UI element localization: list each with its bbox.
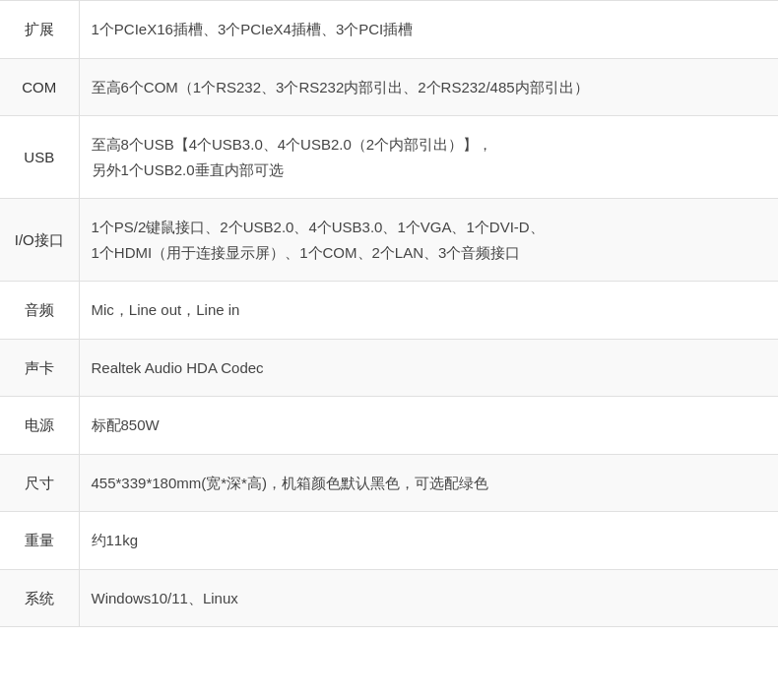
row-label: 重量 bbox=[0, 512, 79, 570]
table-row: 扩展1个PCIeX16插槽、3个PCIeX4插槽、3个PCI插槽 bbox=[0, 1, 778, 59]
row-value: 标配850W bbox=[79, 397, 778, 455]
row-value: 455*339*180mm(宽*深*高)，机箱颜色默认黑色，可选配绿色 bbox=[79, 454, 778, 512]
table-row: 尺寸455*339*180mm(宽*深*高)，机箱颜色默认黑色，可选配绿色 bbox=[0, 454, 778, 512]
row-value: Realtek Audio HDA Codec bbox=[79, 339, 778, 397]
row-value: 约11kg bbox=[79, 512, 778, 570]
spec-table: 扩展1个PCIeX16插槽、3个PCIeX4插槽、3个PCI插槽COM至高6个C… bbox=[0, 0, 778, 627]
table-row: USB至高8个USB【4个USB3.0、4个USB2.0（2个内部引出）】，另外… bbox=[0, 116, 778, 199]
row-label: 音频 bbox=[0, 282, 79, 340]
table-row: I/O接口1个PS/2键鼠接口、2个USB2.0、4个USB3.0、1个VGA、… bbox=[0, 199, 778, 282]
row-value: 1个PS/2键鼠接口、2个USB2.0、4个USB3.0、1个VGA、1个DVI… bbox=[79, 199, 778, 282]
table-row: 电源标配850W bbox=[0, 397, 778, 455]
row-label: 声卡 bbox=[0, 339, 79, 397]
row-value: Mic，Line out，Line in bbox=[79, 282, 778, 340]
table-row: 系统Windows10/11、Linux bbox=[0, 569, 778, 627]
row-value: Windows10/11、Linux bbox=[79, 569, 778, 627]
row-value: 1个PCIeX16插槽、3个PCIeX4插槽、3个PCI插槽 bbox=[79, 1, 778, 59]
row-label: USB bbox=[0, 116, 79, 199]
table-row: 声卡Realtek Audio HDA Codec bbox=[0, 339, 778, 397]
row-label: 尺寸 bbox=[0, 454, 79, 512]
row-label: 系统 bbox=[0, 569, 79, 627]
table-row: COM至高6个COM（1个RS232、3个RS232内部引出、2个RS232/4… bbox=[0, 58, 778, 116]
table-row: 重量约11kg bbox=[0, 512, 778, 570]
row-label: 电源 bbox=[0, 397, 79, 455]
row-label: COM bbox=[0, 58, 79, 116]
row-value: 至高8个USB【4个USB3.0、4个USB2.0（2个内部引出）】，另外1个U… bbox=[79, 116, 778, 199]
row-label: I/O接口 bbox=[0, 199, 79, 282]
table-row: 音频Mic，Line out，Line in bbox=[0, 282, 778, 340]
row-value: 至高6个COM（1个RS232、3个RS232内部引出、2个RS232/485内… bbox=[79, 58, 778, 116]
row-label: 扩展 bbox=[0, 1, 79, 59]
